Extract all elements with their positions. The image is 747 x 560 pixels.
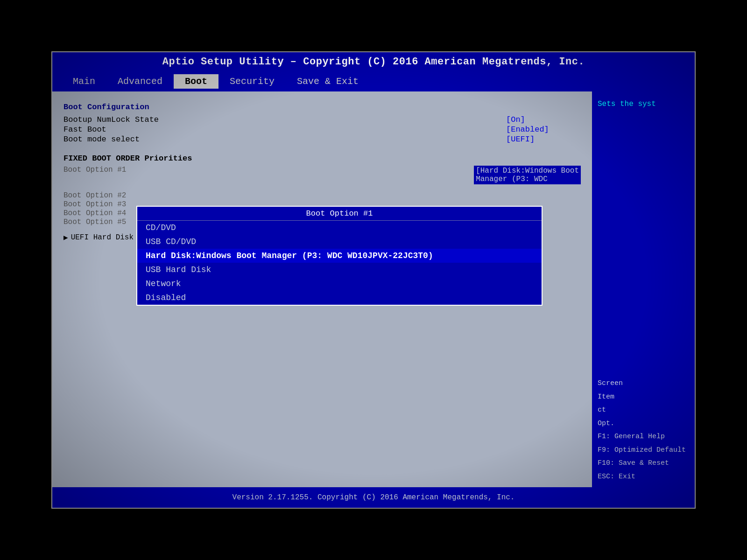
boot-option-dropdown[interactable]: Boot Option #1 CD/DVD USB CD/DVD Hard Di… [136,206,543,306]
boot-option-2-label: Boot Option #2 [63,191,126,200]
screen-label: Screen [598,377,689,391]
item-label: Item [598,391,689,404]
numlock-value[interactable]: [On] [506,115,581,124]
title-text: Aptio Setup Utility – Copyright (C) 2016… [162,56,585,68]
esc-key: ESC: Exit [598,470,689,484]
bios-screen: Aptio Setup Utility – Copyright (C) 2016… [51,51,696,509]
uefi-label: UEFI Hard Disk D [71,233,143,242]
section-label: Boot Configuration [63,103,581,112]
boot-option-1-row[interactable]: Boot Option #1 [Hard Disk:Windows Boot M… [63,166,581,184]
footer: Version 2.17.1255. Copyright (C) 2016 Am… [52,487,695,508]
bootmode-label: Boot mode select [63,135,185,144]
dropdown-title: Boot Option #1 [137,207,542,221]
numlock-label: Bootup NumLock State [63,115,185,124]
dropdown-item-2[interactable]: Hard Disk:Windows Boot Manager (P3: WDC … [137,249,542,263]
nav-save-exit[interactable]: Save & Exit [286,74,370,89]
boot-option-2-row[interactable]: Boot Option #2 [63,191,581,200]
config-row-fastboot: Fast Boot [Enabled] [63,125,581,134]
dropdown-item-5[interactable]: Disabled [137,291,542,305]
fastboot-value[interactable]: [Enabled] [506,125,581,134]
title-bar: Aptio Setup Utility – Copyright (C) 2016… [52,52,695,71]
f9-key: F9: Optimized Default [598,444,689,457]
config-row-bootmode: Boot mode select [UEFI] [63,135,581,144]
config-row-numlock: Bootup NumLock State [On] [63,115,581,124]
dropdown-item-0[interactable]: CD/DVD [137,221,542,235]
fastboot-label: Fast Boot [63,125,185,134]
nav-advanced[interactable]: Advanced [106,74,174,89]
opt-label: Opt. [598,417,689,431]
nav-boot[interactable]: Boot [174,74,218,89]
f10-key: F10: Save & Reset [598,457,689,470]
boot-option-1-label: Boot Option #1 [63,166,126,184]
footer-text: Version 2.17.1255. Copyright (C) 2016 Am… [233,493,515,502]
function-keys-panel: Screen Item ct Opt. F1: General Help F9:… [592,373,695,487]
nav-security[interactable]: Security [218,74,286,89]
dropdown-item-3[interactable]: USB Hard Disk [137,263,542,277]
boot-option-4-label: Boot Option #4 [63,209,126,217]
nav-main[interactable]: Main [62,74,106,89]
sidebar-help-text: Sets the syst [598,100,656,108]
nav-bar: Main Advanced Boot Security Save & Exit [52,71,695,91]
boot-option-3-label: Boot Option #3 [63,200,126,209]
ct-label: ct [598,404,689,417]
uefi-arrow-icon: ▶ [63,233,68,242]
bootmode-value[interactable]: [UEFI] [506,135,581,144]
f1-key: F1: General Help [598,430,689,444]
dropdown-item-1[interactable]: USB CD/DVD [137,235,542,249]
fixed-boot-order-label: FIXED BOOT ORDER Priorities [63,154,581,163]
dropdown-item-4[interactable]: Network [137,277,542,291]
boot-option-5-label: Boot Option #5 [63,218,126,226]
content-area: Boot Configuration Bootup NumLock State … [52,91,592,480]
boot-option-1-value: [Hard Disk:Windows Boot Manager (P3: WDC [474,166,581,184]
